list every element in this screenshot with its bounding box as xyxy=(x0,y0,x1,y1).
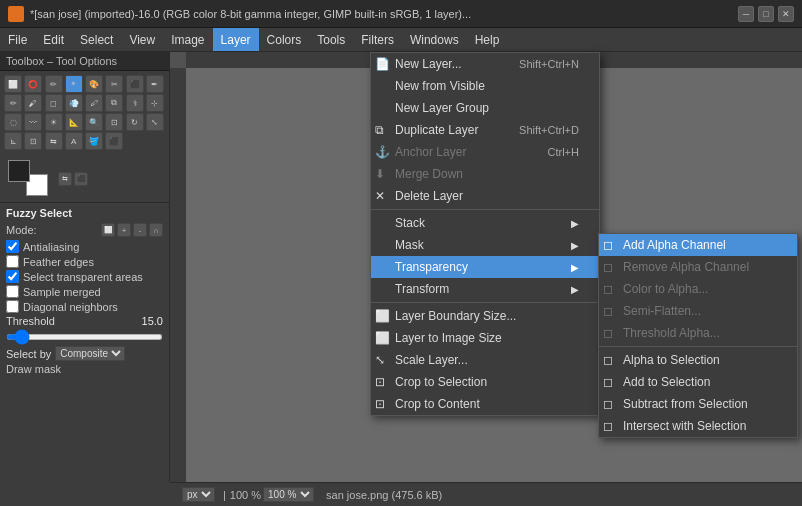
minimize-button[interactable]: ─ xyxy=(738,6,754,22)
menu-new-layer-group[interactable]: New Layer Group xyxy=(371,97,599,119)
menu-new-from-visible[interactable]: New from Visible xyxy=(371,75,599,97)
tool-rotate[interactable]: ↻ xyxy=(126,113,144,131)
tool-shear[interactable]: ⊾ xyxy=(4,132,22,150)
menu-windows[interactable]: Windows xyxy=(402,28,467,51)
add-to-selection-label: Add to Selection xyxy=(623,375,710,389)
mode-intersect[interactable]: ∩ xyxy=(149,223,163,237)
tool-ellipse-select[interactable]: ⭕ xyxy=(24,75,42,93)
menu-layer-boundary-size[interactable]: ⬜ Layer Boundary Size... xyxy=(371,305,599,327)
tool-measure[interactable]: 📐 xyxy=(65,113,83,131)
diagonal-neighbors-checkbox[interactable] xyxy=(6,300,19,313)
menu-file[interactable]: File xyxy=(0,28,35,51)
maximize-button[interactable]: □ xyxy=(758,6,774,22)
tool-reset-colors[interactable]: ⬛ xyxy=(74,172,88,186)
menu-help[interactable]: Help xyxy=(467,28,508,51)
color-to-alpha-icon: ◻ xyxy=(603,282,619,296)
tool-blur-sharpen[interactable]: ◌ xyxy=(4,113,22,131)
tool-text[interactable]: A xyxy=(65,132,83,150)
tool-pencil[interactable]: ✏ xyxy=(4,94,22,112)
menu-tools[interactable]: Tools xyxy=(309,28,353,51)
trans-separator xyxy=(599,346,797,347)
menu-layer-to-image-size[interactable]: ⬜ Layer to Image Size xyxy=(371,327,599,349)
zoom-select[interactable]: 100 % xyxy=(263,487,314,502)
layer-menu: 📄 New Layer... Shift+Ctrl+N New from Vis… xyxy=(370,52,600,416)
tool-bucket-fill[interactable]: 🪣 xyxy=(85,132,103,150)
tool-dodge-burn[interactable]: ☀ xyxy=(45,113,63,131)
fg-bg-colors[interactable] xyxy=(8,160,48,196)
crop-to-content-label: Crop to Content xyxy=(395,397,480,411)
close-button[interactable]: ✕ xyxy=(778,6,794,22)
tool-flip[interactable]: ⇆ xyxy=(45,132,63,150)
unit-select[interactable]: px xyxy=(182,487,215,502)
menu-filters[interactable]: Filters xyxy=(353,28,402,51)
tool-heal[interactable]: ⚕ xyxy=(126,94,144,112)
menu-color-to-alpha: ◻ Color to Alpha... xyxy=(599,278,797,300)
select-transparent-checkbox[interactable] xyxy=(6,270,19,283)
menu-transform[interactable]: Transform ▶ xyxy=(371,278,599,300)
menu-crop-to-selection[interactable]: ⊡ Crop to Selection xyxy=(371,371,599,393)
tool-eraser[interactable]: ◻ xyxy=(45,94,63,112)
menu-add-alpha-channel[interactable]: ◻ Add Alpha Channel xyxy=(599,234,797,256)
feather-edges-row[interactable]: Feather edges xyxy=(6,255,163,268)
menu-transparency[interactable]: Transparency ▶ xyxy=(371,256,599,278)
tool-blend[interactable]: ⬛ xyxy=(105,132,123,150)
menu-image[interactable]: Image xyxy=(163,28,212,51)
menu-crop-to-content[interactable]: ⊡ Crop to Content xyxy=(371,393,599,415)
merge-down-icon: ⬇ xyxy=(375,167,391,181)
antialiasing-checkbox[interactable] xyxy=(6,240,19,253)
sample-merged-row[interactable]: Sample merged xyxy=(6,285,163,298)
tool-free-select[interactable]: ✏ xyxy=(45,75,63,93)
anchor-layer-label: Anchor Layer xyxy=(395,145,466,159)
select-by-dropdown[interactable]: Composite xyxy=(55,346,125,361)
threshold-label: Threshold xyxy=(6,315,55,327)
tool-scale[interactable]: ⤡ xyxy=(146,113,164,131)
menu-select[interactable]: Select xyxy=(72,28,121,51)
menu-mask[interactable]: Mask ▶ xyxy=(371,234,599,256)
tool-color-picker[interactable]: 🔍 xyxy=(85,113,103,131)
threshold-slider[interactable] xyxy=(6,334,163,340)
menu-stack[interactable]: Stack ▶ xyxy=(371,212,599,234)
tool-foreground-select[interactable]: ⬛ xyxy=(126,75,144,93)
tool-rect-select[interactable]: ⬜ xyxy=(4,75,22,93)
menu-add-to-selection[interactable]: ◻ Add to Selection xyxy=(599,371,797,393)
fg-color-swatch[interactable] xyxy=(8,160,30,182)
menu-view[interactable]: View xyxy=(121,28,163,51)
threshold-alpha-icon: ◻ xyxy=(603,326,619,340)
sample-merged-checkbox[interactable] xyxy=(6,285,19,298)
mode-add[interactable]: + xyxy=(117,223,131,237)
menu-layer[interactable]: Layer xyxy=(213,28,259,51)
tool-fuzzy-select[interactable]: ⌖ xyxy=(65,75,83,93)
menu-edit[interactable]: Edit xyxy=(35,28,72,51)
tool-scissors[interactable]: ✂ xyxy=(105,75,123,93)
feather-edges-checkbox[interactable] xyxy=(6,255,19,268)
tool-clone[interactable]: ⧉ xyxy=(105,94,123,112)
tool-smudge[interactable]: 〰 xyxy=(24,113,42,131)
menu-duplicate-layer[interactable]: ⧉ Duplicate Layer Shift+Ctrl+D xyxy=(371,119,599,141)
menu-scale-layer[interactable]: ⤡ Scale Layer... xyxy=(371,349,599,371)
boundary-size-icon: ⬜ xyxy=(375,309,391,323)
tool-select-by-color[interactable]: 🎨 xyxy=(85,75,103,93)
anchor-layer-shortcut: Ctrl+H xyxy=(548,146,579,158)
diagonal-neighbors-row[interactable]: Diagonal neighbors xyxy=(6,300,163,313)
mode-subtract[interactable]: - xyxy=(133,223,147,237)
tool-swap-colors[interactable]: ⇆ xyxy=(58,172,72,186)
tool-perspective[interactable]: ⊡ xyxy=(24,132,42,150)
antialiasing-row[interactable]: Antialiasing xyxy=(6,240,163,253)
statusbar: px | 100 % 100 % san jose.png (475.6 kB) xyxy=(170,482,802,506)
mode-replace[interactable]: ⬜ xyxy=(101,223,115,237)
tool-paintbrush[interactable]: 🖌 xyxy=(24,94,42,112)
menu-colors[interactable]: Colors xyxy=(259,28,310,51)
threshold-value: 15.0 xyxy=(142,315,163,327)
tool-crop[interactable]: ⊡ xyxy=(105,113,123,131)
tool-paths[interactable]: ✒ xyxy=(146,75,164,93)
menubar: File Edit Select View Image Layer Colors… xyxy=(0,28,802,52)
tool-ink[interactable]: 🖊 xyxy=(85,94,103,112)
tool-perspective-clone[interactable]: ⊹ xyxy=(146,94,164,112)
select-transparent-row[interactable]: Select transparent areas xyxy=(6,270,163,283)
menu-alpha-to-selection[interactable]: ◻ Alpha to Selection xyxy=(599,349,797,371)
menu-new-layer[interactable]: 📄 New Layer... Shift+Ctrl+N xyxy=(371,53,599,75)
menu-intersect-with-selection[interactable]: ◻ Intersect with Selection xyxy=(599,415,797,437)
menu-subtract-from-selection[interactable]: ◻ Subtract from Selection xyxy=(599,393,797,415)
menu-delete-layer[interactable]: ✕ Delete Layer xyxy=(371,185,599,207)
tool-airbrush[interactable]: 💨 xyxy=(65,94,83,112)
